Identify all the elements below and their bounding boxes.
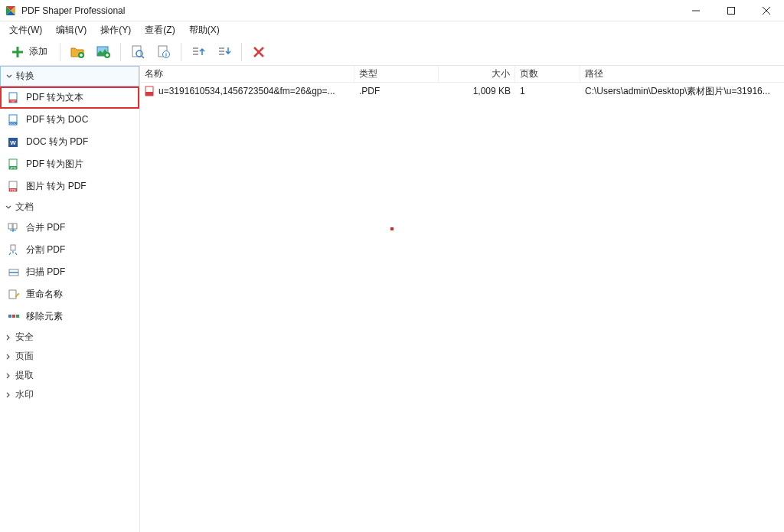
sidebar-item-split[interactable]: 分割 PDF (0, 239, 139, 261)
titlebar: PDF Shaper Professional (0, 0, 784, 21)
sidebar-group-label: 安全 (15, 331, 34, 344)
jpg-icon: JPG (8, 158, 20, 171)
image-plus-icon (96, 44, 111, 60)
svg-text:DOC: DOC (10, 121, 17, 125)
svg-text:JPG: JPG (10, 165, 16, 169)
app-title: PDF Shaper Professional (21, 5, 125, 16)
sidebar-item-label: 扫描 PDF (26, 266, 65, 279)
red-marker (390, 227, 394, 230)
menu-file[interactable]: 文件(W) (3, 22, 48, 38)
move-up-button[interactable] (188, 41, 209, 63)
add-label: 添加 (29, 45, 47, 58)
sidebar-item-label: 重命名称 (26, 288, 63, 301)
add-image-button[interactable] (93, 41, 114, 63)
col-path[interactable]: 路径 (580, 66, 784, 82)
sidebar: 转换TXTPDF 转为文本DOCPDF 转为 DOCWDOC 转为 PDFJPG… (0, 66, 140, 532)
file-pages: 1 (515, 83, 580, 100)
col-size[interactable]: 大小 (439, 66, 515, 82)
sidebar-group-convert[interactable]: 转换 (0, 66, 139, 86)
maximize-button[interactable] (714, 0, 749, 21)
sidebar-item-label: 合并 PDF (26, 221, 65, 234)
menu-edit[interactable]: 编辑(V) (50, 22, 93, 38)
plus-icon (11, 45, 24, 59)
move-down-button[interactable] (214, 41, 235, 63)
menu-action[interactable]: 操作(Y) (94, 22, 137, 38)
remove-button[interactable] (248, 41, 270, 63)
svg-rect-42 (13, 224, 17, 229)
sidebar-item-pdf_to_text[interactable]: TXTPDF 转为文本 (0, 86, 139, 109)
list-up-icon (191, 44, 206, 60)
toolbar: 添加 i (0, 38, 784, 66)
sidebar-group-label: 页面 (15, 350, 34, 363)
doc-icon: DOC (8, 114, 20, 126)
sidebar-group-document[interactable]: 文档 (0, 197, 139, 217)
word-icon: W (8, 136, 20, 149)
sidebar-group-label: 转换 (16, 70, 34, 83)
sidebar-item-pdf_to_doc[interactable]: DOCPDF 转为 DOC (0, 109, 139, 131)
toolbar-separator (120, 43, 121, 61)
svg-rect-1 (728, 7, 735, 14)
minimize-button[interactable] (678, 0, 714, 21)
svg-rect-47 (8, 315, 11, 318)
file-size: 1,009 KB (439, 83, 515, 100)
file-rows: u=3191610534,1456723504&fm=26&gp=....PDF… (140, 83, 784, 532)
magnify-page-icon (130, 44, 145, 60)
folder-plus-icon (70, 44, 85, 60)
txt-icon: TXT (8, 92, 20, 104)
sidebar-group-page[interactable]: 页面 (0, 347, 139, 366)
pdf-icon: PDF (8, 181, 20, 193)
main-area: 转换TXTPDF 转为文本DOCPDF 转为 DOCWDOC 转为 PDFJPG… (0, 66, 784, 532)
sidebar-group-label: 提取 (15, 369, 34, 382)
close-button[interactable] (749, 0, 784, 21)
col-pages[interactable]: 页数 (515, 66, 580, 82)
sidebar-item-label: PDF 转为图片 (26, 158, 83, 171)
svg-rect-51 (145, 92, 153, 96)
svg-rect-41 (8, 224, 12, 229)
file-type: .PDF (354, 83, 439, 100)
page-info-icon: i (156, 44, 172, 60)
pdf-file-icon (145, 86, 155, 96)
toolbar-separator (181, 43, 181, 61)
sidebar-group-security[interactable]: 安全 (0, 328, 139, 347)
file-pane: 名称 类型 大小 页数 路径 u=3191610534,1456723504&f… (140, 66, 784, 532)
sidebar-item-rename[interactable]: 重命名称 (0, 283, 139, 305)
svg-rect-49 (16, 315, 19, 318)
sidebar-item-merge[interactable]: 合并 PDF (0, 217, 139, 239)
sidebar-item-pdf_to_image[interactable]: JPGPDF 转为图片 (0, 153, 139, 175)
sidebar-item-doc_to_pdf[interactable]: WDOC 转为 PDF (0, 131, 139, 153)
preview-button[interactable] (127, 41, 149, 63)
sidebar-item-label: 图片 转为 PDF (26, 180, 87, 193)
svg-text:PDF: PDF (10, 188, 17, 191)
file-row[interactable]: u=3191610534,1456723504&fm=26&gp=....PDF… (140, 83, 784, 100)
add-button[interactable]: 添加 (5, 41, 54, 63)
menu-view[interactable]: 查看(Z) (139, 22, 181, 38)
col-name[interactable]: 名称 (140, 66, 354, 82)
remove-icon (8, 311, 20, 323)
sidebar-item-label: PDF 转为文本 (26, 91, 83, 104)
svg-text:W: W (10, 139, 16, 146)
sidebar-group-extract[interactable]: 提取 (0, 366, 139, 385)
svg-text:TXT: TXT (10, 99, 16, 103)
info-button[interactable]: i (153, 41, 175, 63)
svg-point-14 (136, 51, 142, 57)
split-icon (8, 244, 20, 256)
add-folder-button[interactable] (67, 41, 88, 63)
app-icon (5, 5, 17, 17)
sidebar-item-image_to_pdf[interactable]: PDF图片 转为 PDF (0, 175, 139, 197)
menu-help[interactable]: 帮助(X) (183, 22, 226, 38)
sidebar-group-watermark[interactable]: 水印 (0, 385, 139, 404)
sidebar-item-label: 分割 PDF (26, 243, 65, 256)
merge-icon (8, 222, 20, 234)
sidebar-item-remove[interactable]: 移除元素 (0, 305, 139, 328)
svg-line-15 (142, 56, 144, 58)
svg-rect-43 (11, 245, 15, 250)
column-headers: 名称 类型 大小 页数 路径 (140, 66, 784, 83)
toolbar-separator (241, 43, 242, 61)
x-icon (252, 45, 266, 59)
menubar: 文件(W) 编辑(V) 操作(Y) 查看(Z) 帮助(X) (0, 21, 784, 38)
svg-rect-48 (12, 315, 15, 318)
sidebar-item-scan[interactable]: 扫描 PDF (0, 261, 139, 283)
file-path: C:\Users\admin\Desktop\素材图片\u=31916... (580, 83, 784, 100)
col-type[interactable]: 类型 (354, 66, 439, 82)
sidebar-item-label: PDF 转为 DOC (26, 113, 88, 126)
